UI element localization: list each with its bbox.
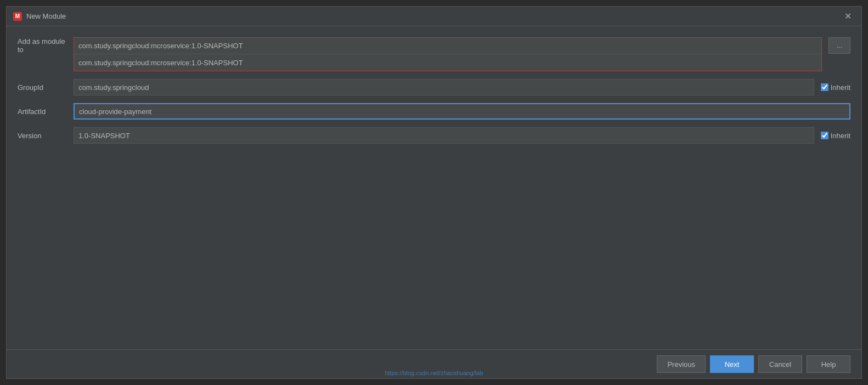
version-input[interactable] [74,127,814,144]
version-inherit-label: Inherit [831,132,850,140]
cancel-button[interactable]: Cancel [758,355,802,373]
title-bar: M New Module ✕ [7,7,861,26]
version-row: Version Inherit [18,127,850,144]
parent-input-stacked[interactable] [74,54,821,71]
stacked-module-parent-inputs [74,37,822,71]
groupid-label: GroupId [18,83,67,92]
artifactid-label: ArtifactId [18,107,67,116]
add-as-module-browse-button[interactable]: ... [828,37,850,54]
dialog-title: New Module [26,12,66,20]
version-label: Version [18,132,67,140]
groupid-inherit-label: Inherit [831,83,850,92]
close-button[interactable]: ✕ [841,11,855,22]
groupid-inherit-wrapper: Inherit [821,83,850,92]
version-inherit-checkbox[interactable] [821,132,828,139]
artifactid-input[interactable] [74,103,850,120]
new-module-dialog: M New Module ✕ Add as module to ... Grou… [6,6,862,379]
groupid-inherit-checkbox[interactable] [821,83,828,91]
groupid-input[interactable] [74,79,814,95]
artifactid-row: ArtifactId [18,103,850,120]
title-bar-left: M New Module [13,12,66,21]
groupid-input-wrapper [74,79,814,95]
form-content: Add as module to ... GroupId Inherit Art… [7,26,861,199]
groupid-row: GroupId Inherit [18,79,850,95]
next-button[interactable]: Next [710,355,754,373]
artifactid-input-wrapper [74,103,850,120]
help-button[interactable]: Help [807,355,850,373]
version-inherit-wrapper: Inherit [821,132,850,140]
version-input-wrapper [74,127,814,144]
previous-button[interactable]: Previous [657,355,706,373]
add-as-module-row: Add as module to ... [18,37,850,71]
app-icon: M [13,12,22,21]
watermark: https://blog.csdn.net/zhaoshuang/lab [385,370,483,376]
add-as-module-input[interactable] [74,38,821,54]
add-as-module-label: Add as module to [18,37,67,54]
